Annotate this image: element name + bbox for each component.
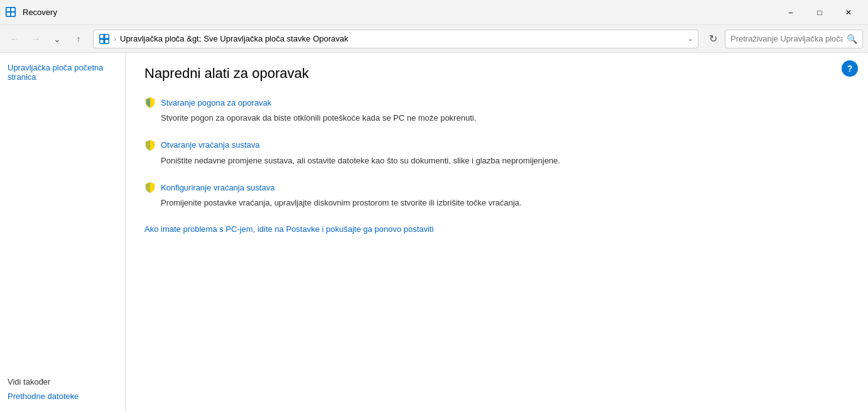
back-button[interactable]: ← bbox=[5, 30, 24, 48]
recovery-item-1-title[interactable]: Stvaranje pogona za oporavak bbox=[161, 98, 271, 107]
sidebar-see-also-label: Vidi također bbox=[8, 377, 117, 386]
title-bar: Recovery – □ ✕ bbox=[0, 0, 868, 25]
maximize-button[interactable]: □ bbox=[805, 0, 834, 25]
svg-rect-3 bbox=[7, 12, 10, 15]
recovery-item-2-desc: Poništite nedavne promjene sustava, ali … bbox=[161, 155, 849, 167]
shield-icon-2 bbox=[144, 140, 156, 151]
sidebar-previous-files-link[interactable]: Prethodne datoteke bbox=[8, 392, 117, 401]
recovery-item-3-header: Konfiguriranje vraćanja sustava bbox=[144, 182, 849, 193]
svg-rect-8 bbox=[100, 40, 104, 43]
sidebar: Upravljačka ploča početna stranica Vidi … bbox=[0, 53, 126, 411]
search-input[interactable] bbox=[730, 34, 843, 43]
address-part-3: Oporavak bbox=[313, 34, 348, 43]
help-button[interactable]: ? bbox=[842, 60, 858, 77]
refresh-button[interactable]: ↻ bbox=[703, 30, 722, 48]
reset-pc-link[interactable]: Ako imate problema s PC-jem, idite na Po… bbox=[144, 224, 849, 234]
search-icon[interactable]: 🔍 bbox=[847, 34, 857, 44]
shield-icon-1 bbox=[144, 97, 156, 108]
up-button[interactable]: ↑ bbox=[69, 30, 88, 48]
svg-rect-2 bbox=[11, 8, 14, 11]
recovery-item-2-title[interactable]: Otvaranje vraćanja sustava bbox=[161, 140, 260, 150]
content-area: ? Napredni alati za oporavak Stvaranje p… bbox=[126, 53, 868, 411]
recovery-item-2-header: Otvaranje vraćanja sustava bbox=[144, 140, 849, 151]
svg-rect-6 bbox=[100, 35, 104, 38]
recovery-item-3-desc: Promijenite postavke vraćanja, upravljaj… bbox=[161, 197, 849, 209]
svg-rect-1 bbox=[7, 8, 10, 11]
page-title: Napredni alati za oporavak bbox=[144, 65, 849, 82]
recovery-item-3-title[interactable]: Konfiguriranje vraćanja sustava bbox=[161, 183, 274, 192]
search-bar[interactable]: 🔍 bbox=[725, 30, 863, 48]
forward-button[interactable]: → bbox=[26, 30, 45, 48]
window-controls: – □ ✕ bbox=[776, 0, 863, 25]
recovery-item-3: Konfiguriranje vraćanja sustava Promijen… bbox=[144, 182, 849, 209]
recovery-item-1-desc: Stvorite pogon za oporavak da biste otkl… bbox=[161, 112, 849, 124]
address-part-1: Upravljačka ploča &gt; bbox=[120, 34, 201, 43]
app-icon bbox=[5, 6, 18, 19]
navigation-bar: ← → ⌄ ↑ › Upravljačka ploča &gt; Sve Upr… bbox=[0, 25, 868, 53]
minimize-button[interactable]: – bbox=[776, 0, 805, 25]
address-bar[interactable]: › Upravljačka ploča &gt; Sve Upravljačka… bbox=[93, 30, 698, 48]
svg-rect-9 bbox=[106, 40, 109, 43]
address-chevron-icon[interactable]: ⌄ bbox=[688, 35, 693, 42]
address-part-2: Sve Upravljačka ploča stavke bbox=[203, 34, 310, 43]
shield-icon-3 bbox=[144, 182, 156, 193]
window-title: Recovery bbox=[23, 8, 776, 17]
recovery-item-1: Stvaranje pogona za oporavak Stvorite po… bbox=[144, 97, 849, 124]
svg-rect-4 bbox=[11, 12, 14, 15]
recent-locations-button[interactable]: ⌄ bbox=[48, 30, 67, 48]
recovery-item-1-header: Stvaranje pogona za oporavak bbox=[144, 97, 849, 108]
main-area: Upravljačka ploča početna stranica Vidi … bbox=[0, 53, 868, 411]
close-button[interactable]: ✕ bbox=[834, 0, 863, 25]
address-separator-1: › bbox=[114, 35, 116, 43]
svg-rect-7 bbox=[106, 35, 109, 38]
recovery-item-2: Otvaranje vraćanja sustava Poništite ned… bbox=[144, 140, 849, 167]
sidebar-home-link[interactable]: Upravljačka ploča početna stranica bbox=[8, 63, 117, 82]
address-path: Upravljačka ploča &gt; Sve Upravljačka p… bbox=[120, 34, 684, 43]
address-bar-icon bbox=[99, 33, 110, 45]
